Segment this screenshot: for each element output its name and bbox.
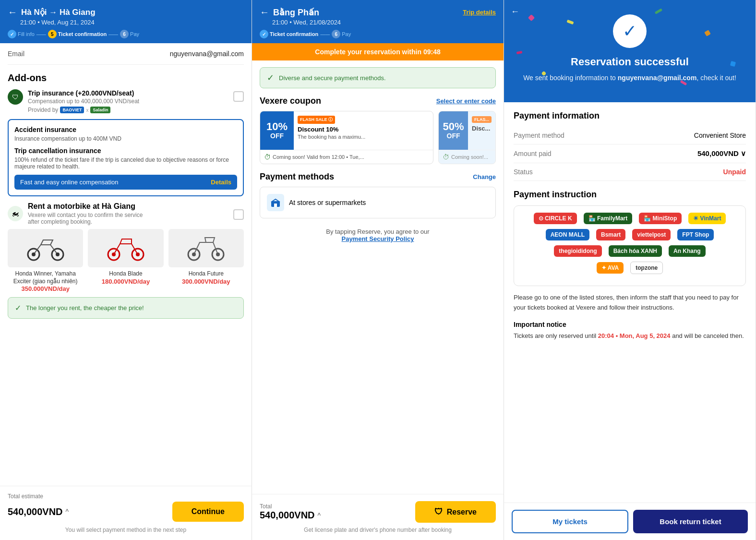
baoviet-badge: BAOVIET [60,107,84,113]
change-link[interactable]: Change [473,173,496,180]
trip-details-link[interactable]: Trip details [463,9,496,16]
svg-point-10 [192,252,196,256]
panel2-footer: Total 540,000VND ^ 🛡 Reserve Get license… [252,494,504,540]
stores-row-1: ⊙ CIRCLE K 🏪 FamilyMart 🏪 MiniStop ☀ Vin… [521,213,739,224]
panel3-content: Payment information Payment method Conve… [504,102,756,503]
panel-2: ← Bằng Phấn Trip details 21:00 • Wed, 21… [252,0,504,540]
svg-point-7 [136,252,140,256]
reserve-shield-icon: 🛡 [434,507,443,517]
viettelpost-badge: viettelpost [632,229,671,240]
trip-insurance-addon: 🛡 Trip insurance (+20.000VND/seat) Compe… [8,89,244,113]
total-label-p2: Total [260,503,321,510]
success-subtitle: We sent booking information to nguyenvan… [514,73,746,83]
panel-3: ← ✓ Reservation successful We sent booki… [504,0,756,540]
notice-text: Please go to one of the listed stores, t… [514,293,746,313]
addons-title: Add-ons [8,72,244,84]
step-ticket-p2: ✓ Ticket confirmation [260,30,318,38]
email-row: Email nguyenvana@gmail.com [8,43,244,65]
panel1-footer: Total estimate 540,000VND ^ Continue You… [0,486,252,540]
payment-security-link[interactable]: Payment Security Policy [341,235,414,242]
insurance-icon: 🛡 [8,89,23,105]
motorbike-title: Rent a motorbike at Hà Giang [28,202,143,211]
familymart-badge: 🏪 FamilyMart [584,213,633,224]
bike-2-name: Honda Blade [88,270,163,278]
stores-grid: ⊙ CIRCLE K 🏪 FamilyMart 🏪 MiniStop ☀ Vin… [514,205,746,286]
svg-point-3 [56,252,60,256]
continue-button[interactable]: Continue [172,502,244,522]
bike-1: Honda Winner, Yamaha Exciter (giao ngẫu … [8,229,83,292]
cancel-title: Trip cancellation insurance [14,147,237,155]
accident-sub: Insurance compensation up to 400M VND [14,135,237,142]
coupon-card-2[interactable]: 50% OFF FLAS... Disc... ⏱ Coming soon!..… [438,111,496,164]
email-value: nguyenvana@gmail.com [170,50,244,58]
accident-title: Accident insurance [14,126,237,133]
bike-1-img [26,235,65,262]
ava-badge: ✦ AVA [597,262,624,274]
providers-row: Provided by BAOVIET x Saladin [28,107,139,113]
datetime-p2: 21:00 • Wed, 21/08/2024 [272,19,496,26]
reserve-button[interactable]: 🛡 Reserve [415,501,496,523]
svg-rect-13 [274,204,277,207]
success-title: Reservation successful [514,56,746,68]
coupon-section: Vexere coupon Select or enter code 10% O… [260,96,496,164]
coupon-card-1[interactable]: 10% OFF FLASH SALE ⓘ Discount 10% The bo… [260,111,433,164]
motorbike-sub: Vexere will contact you to confirm the s… [28,212,143,225]
motorbike-section: 🏍 Rent a motorbike at Hà Giang Vexere wi… [8,202,244,319]
footer-hint-p1: You will select payment method in the ne… [8,527,244,533]
store-icon [267,194,284,211]
details-link[interactable]: Details [211,179,231,186]
longer-rent-promo: ✓ The longer you rent, the cheaper the p… [8,297,244,319]
select-code-link[interactable]: Select or enter code [436,97,496,105]
timer-bar: Complete your reservation within 09:48 [252,43,504,60]
stores-row-3: thegioididong Bách hóa XANH An Khang [521,245,739,257]
stores-row-4: ✦ AVA topzone [521,262,739,274]
important-title: Important notice [514,321,746,328]
status-row: Status Unpaid [514,163,746,181]
total-amount-p1: 540,000VND [8,506,63,517]
fpt-badge: FPT Shop [677,229,714,240]
flash-badge-1: FLASH SALE ⓘ [298,116,335,124]
deadline-text: Tickets are only reserved until 20:04 • … [514,331,746,341]
total-amount-p2: 540,000VND [260,510,315,521]
bike-2-img [107,235,145,262]
email-label: Email [8,50,24,58]
steps-p2: ✓ Ticket confirmation —— 6 Pay [260,30,496,38]
motorbike-checkbox[interactable] [233,209,244,220]
trip-title-p2: Bằng Phấn [273,7,459,18]
panel2-content: ✓ Diverse and secure payment methods. Ve… [252,60,504,494]
bike-2-price: 180.000VND/day [88,278,163,285]
my-tickets-button[interactable]: My tickets [512,510,628,533]
back-icon-p1[interactable]: ← [8,7,17,18]
ankhang-badge: An Khang [669,245,706,257]
bike-3-img [187,235,225,262]
tgdd-badge: thegioididong [554,245,601,257]
caret-p1: ^ [66,508,69,516]
insurance-sub: Compensation up to 400,000,000 VND/seat [28,98,139,105]
success-check-icon: ✓ [613,14,647,48]
footer-hint-p2: Get license plate and driver's phone num… [260,527,496,533]
amount-paid-row: Amount paid 540,000VND ∨ [514,144,746,163]
svg-point-2 [32,252,36,256]
insurance-checkbox[interactable] [233,91,244,102]
bike-1-name: Honda Winner, Yamaha Exciter (giao ngẫu … [8,270,83,285]
circle-k-badge: ⊙ CIRCLE K [534,213,577,224]
store-method: At stores or supermarkets [260,187,496,218]
coupon-1-title: Discount 10% [298,126,429,133]
back-button-p3[interactable]: ← [511,7,519,17]
bichxanh-badge: Bách hóa XANH [609,245,662,257]
panel-1: ← Hà Nội → Hà Giang 21:00 • Wed, Aug 21,… [0,0,252,540]
status-badge: Unpaid [723,168,746,176]
coupon-2-img: 50% OFF [439,111,468,150]
svg-point-6 [112,252,116,256]
svg-point-11 [216,252,220,256]
payment-info-title: Payment information [514,111,746,121]
back-icon-p2[interactable]: ← [260,7,269,18]
book-return-ticket-button[interactable]: Book return ticket [633,510,748,533]
ministop-badge: 🏪 MiniStop [639,213,682,224]
panel3-footer: My tickets Book return ticket [504,503,756,540]
steps-p1: ✓ Fill info —— 5 Ticket confirmation —— … [8,30,244,38]
coupon-cards: 10% OFF FLASH SALE ⓘ Discount 10% The bo… [260,111,496,164]
step-pay-p2: 6 Pay [332,30,351,38]
aeon-badge: AEON MALL [546,229,589,240]
payment-methods-section: Payment methods Change At stores or supe… [260,172,496,218]
